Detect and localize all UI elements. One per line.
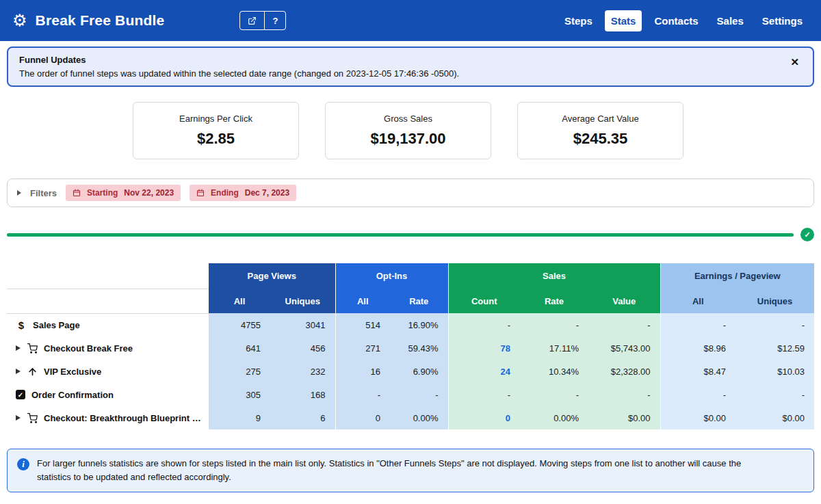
table-cell: $0.00 xyxy=(735,406,814,429)
table-cell: 0.00% xyxy=(520,406,588,429)
sales-count-link[interactable]: 78 xyxy=(448,336,520,360)
table-row: ✓Order Confirmation305168------- xyxy=(7,383,814,406)
table-cell: $2,328.00 xyxy=(588,360,660,383)
funnel-title: Break Free Bundle xyxy=(36,12,165,29)
navbar: ⚙ Break Free Bundle ? Steps Stats Contac… xyxy=(0,0,821,41)
table-cell: $8.96 xyxy=(660,336,735,360)
external-link-icon xyxy=(248,16,257,25)
step-name: VIP Exclusive xyxy=(44,367,101,377)
close-icon[interactable]: ✕ xyxy=(787,55,802,70)
table-cell: - xyxy=(520,313,588,336)
funnel-updates-alert: Funnel Updates The order of funnel steps… xyxy=(7,47,814,87)
expand-caret-icon[interactable] xyxy=(16,369,21,374)
table-cell: - xyxy=(448,383,520,406)
step-name: Sales Page xyxy=(33,320,80,330)
tab-steps[interactable]: Steps xyxy=(558,10,599,31)
table-cell: 3041 xyxy=(270,313,335,336)
table-cell: 0 xyxy=(335,406,390,429)
stat-value: $2.85 xyxy=(140,130,291,148)
table-cell: 6.90% xyxy=(390,360,448,383)
tab-stats[interactable]: Stats xyxy=(605,10,642,31)
table-cell: 514 xyxy=(335,313,390,336)
table-cell: - xyxy=(390,383,448,406)
help-button[interactable]: ? xyxy=(264,12,285,29)
table-cell: 59.43% xyxy=(390,336,448,360)
nav-tabs: Steps Stats Contacts Sales Settings xyxy=(558,10,809,31)
funnel-stats-table: Page Views Opt-Ins Sales Earnings / Page… xyxy=(7,263,814,429)
table-cell: 17.11% xyxy=(520,336,588,360)
table-cell: - xyxy=(735,383,814,406)
expand-caret-icon[interactable] xyxy=(16,345,21,351)
checkbox-icon: ✓ xyxy=(16,390,25,399)
stat-label: Average Cart Value xyxy=(525,114,676,124)
column-optins-rate: Rate xyxy=(390,289,448,313)
table-cell: - xyxy=(660,313,735,336)
column-group-opt-ins: Opt-Ins xyxy=(335,263,448,289)
table-cell: $12.59 xyxy=(735,336,814,360)
filter-ending-label: Ending xyxy=(211,188,239,198)
table-cell: 168 xyxy=(270,383,335,406)
table-cell: 0.00% xyxy=(390,406,448,429)
expand-caret-icon[interactable] xyxy=(16,415,21,421)
filter-starting-label: Starting xyxy=(87,188,118,198)
column-pageviews-all: All xyxy=(209,289,270,313)
header-spacer xyxy=(7,263,209,289)
table-cell: $0.00 xyxy=(660,406,735,429)
filters-label: Filters xyxy=(30,188,57,198)
column-pageviews-uniques: Uniques xyxy=(270,289,335,313)
column-sales-rate: Rate xyxy=(520,289,588,313)
table-row: Checkout: Breakthrough Blueprint …9600.0… xyxy=(7,406,814,429)
open-external-button[interactable] xyxy=(240,12,264,29)
stat-card-gross-sales: Gross Sales $19,137.00 xyxy=(325,102,491,159)
dollar-icon: $ xyxy=(16,319,27,331)
info-note-text: For larger funnels statistics are shown … xyxy=(37,457,804,484)
column-group-sales: Sales xyxy=(448,263,660,289)
table-cell: 232 xyxy=(270,360,335,383)
info-note: i For larger funnels statistics are show… xyxy=(7,449,814,492)
sales-count-link[interactable]: 0 xyxy=(448,406,520,429)
filter-ending-badge[interactable]: Ending Dec 7, 2023 xyxy=(190,185,296,201)
table-row: Checkout Break Free64145627159.43%7817.1… xyxy=(7,336,814,360)
table-cell: - xyxy=(335,383,390,406)
stat-label: Earnings Per Click xyxy=(140,114,291,124)
step-name: Checkout Break Free xyxy=(44,343,133,354)
tab-settings[interactable]: Settings xyxy=(756,10,809,31)
table-cell: $5,743.00 xyxy=(588,336,660,360)
step-label-cell: ✓Order Confirmation xyxy=(7,383,209,406)
progress-bar xyxy=(7,233,794,237)
stat-label: Gross Sales xyxy=(333,114,484,124)
table-cell: - xyxy=(588,313,660,336)
filters-expand-caret-icon[interactable] xyxy=(17,190,21,196)
gear-icon[interactable]: ⚙ xyxy=(12,12,27,29)
tab-sales[interactable]: Sales xyxy=(711,10,750,31)
step-label-cell: $Sales Page xyxy=(7,313,209,336)
table-cell: $0.00 xyxy=(588,406,660,429)
check-circle-icon: ✓ xyxy=(800,228,814,241)
table-cell: 271 xyxy=(335,336,390,360)
step-label-cell: VIP Exclusive xyxy=(7,360,209,383)
table-row: $Sales Page4755304151416.90%----- xyxy=(7,313,814,336)
table-cell: 10.34% xyxy=(520,360,588,383)
column-group-earnings-pageview: Earnings / Pageview xyxy=(660,263,814,289)
table-cell: $8.47 xyxy=(660,360,735,383)
cart-icon xyxy=(27,413,38,423)
column-earnings-all: All xyxy=(660,289,735,313)
arrow-up-icon xyxy=(27,367,38,377)
calendar-icon xyxy=(73,189,81,197)
table-cell: 305 xyxy=(209,383,270,406)
column-sales-value: Value xyxy=(588,289,660,313)
step-label-cell: Checkout Break Free xyxy=(7,336,209,360)
sales-count-link[interactable]: 24 xyxy=(448,360,520,383)
calendar-icon xyxy=(196,189,205,197)
tab-contacts[interactable]: Contacts xyxy=(648,10,704,31)
table-cell: - xyxy=(448,313,520,336)
table-cell: - xyxy=(660,383,735,406)
table-cell: 9 xyxy=(209,406,270,429)
filter-starting-badge[interactable]: Starting Nov 22, 2023 xyxy=(66,185,181,201)
header-spacer xyxy=(7,289,209,313)
info-icon: i xyxy=(17,458,29,470)
column-optins-all: All xyxy=(335,289,390,313)
stat-cards: Earnings Per Click $2.85 Gross Sales $19… xyxy=(133,102,821,159)
navbar-button-group: ? xyxy=(239,11,286,30)
table-cell: 16 xyxy=(335,360,390,383)
